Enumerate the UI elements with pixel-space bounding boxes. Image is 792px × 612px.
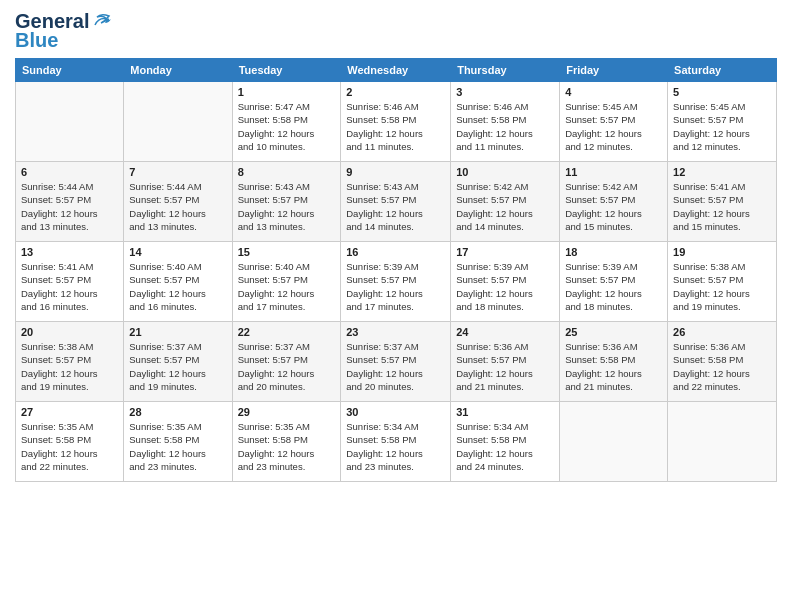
day-number: 29	[238, 406, 336, 418]
day-info: Sunrise: 5:37 AM Sunset: 5:57 PM Dayligh…	[238, 340, 336, 393]
day-cell: 28Sunrise: 5:35 AM Sunset: 5:58 PM Dayli…	[124, 402, 232, 482]
day-number: 5	[673, 86, 771, 98]
day-info: Sunrise: 5:41 AM Sunset: 5:57 PM Dayligh…	[673, 180, 771, 233]
day-cell	[124, 82, 232, 162]
day-number: 14	[129, 246, 226, 258]
day-number: 9	[346, 166, 445, 178]
day-info: Sunrise: 5:44 AM Sunset: 5:57 PM Dayligh…	[129, 180, 226, 233]
day-info: Sunrise: 5:39 AM Sunset: 5:57 PM Dayligh…	[456, 260, 554, 313]
day-number: 26	[673, 326, 771, 338]
day-cell: 11Sunrise: 5:42 AM Sunset: 5:57 PM Dayli…	[560, 162, 668, 242]
day-cell: 26Sunrise: 5:36 AM Sunset: 5:58 PM Dayli…	[668, 322, 777, 402]
day-info: Sunrise: 5:42 AM Sunset: 5:57 PM Dayligh…	[565, 180, 662, 233]
day-number: 8	[238, 166, 336, 178]
day-info: Sunrise: 5:45 AM Sunset: 5:57 PM Dayligh…	[565, 100, 662, 153]
day-cell: 25Sunrise: 5:36 AM Sunset: 5:58 PM Dayli…	[560, 322, 668, 402]
day-info: Sunrise: 5:41 AM Sunset: 5:57 PM Dayligh…	[21, 260, 118, 313]
day-cell: 27Sunrise: 5:35 AM Sunset: 5:58 PM Dayli…	[16, 402, 124, 482]
header-cell-monday: Monday	[124, 59, 232, 82]
day-number: 23	[346, 326, 445, 338]
calendar-table: SundayMondayTuesdayWednesdayThursdayFrid…	[15, 58, 777, 482]
day-cell: 12Sunrise: 5:41 AM Sunset: 5:57 PM Dayli…	[668, 162, 777, 242]
day-number: 21	[129, 326, 226, 338]
day-info: Sunrise: 5:35 AM Sunset: 5:58 PM Dayligh…	[129, 420, 226, 473]
logo-bird-icon	[91, 11, 113, 33]
day-info: Sunrise: 5:36 AM Sunset: 5:57 PM Dayligh…	[456, 340, 554, 393]
day-cell: 31Sunrise: 5:34 AM Sunset: 5:58 PM Dayli…	[451, 402, 560, 482]
day-info: Sunrise: 5:36 AM Sunset: 5:58 PM Dayligh…	[673, 340, 771, 393]
day-info: Sunrise: 5:43 AM Sunset: 5:57 PM Dayligh…	[238, 180, 336, 233]
day-info: Sunrise: 5:37 AM Sunset: 5:57 PM Dayligh…	[129, 340, 226, 393]
day-number: 15	[238, 246, 336, 258]
day-info: Sunrise: 5:38 AM Sunset: 5:57 PM Dayligh…	[21, 340, 118, 393]
week-row-4: 20Sunrise: 5:38 AM Sunset: 5:57 PM Dayli…	[16, 322, 777, 402]
day-info: Sunrise: 5:36 AM Sunset: 5:58 PM Dayligh…	[565, 340, 662, 393]
day-info: Sunrise: 5:47 AM Sunset: 5:58 PM Dayligh…	[238, 100, 336, 153]
day-cell: 19Sunrise: 5:38 AM Sunset: 5:57 PM Dayli…	[668, 242, 777, 322]
header-cell-saturday: Saturday	[668, 59, 777, 82]
day-cell: 2Sunrise: 5:46 AM Sunset: 5:58 PM Daylig…	[341, 82, 451, 162]
day-number: 3	[456, 86, 554, 98]
day-info: Sunrise: 5:45 AM Sunset: 5:57 PM Dayligh…	[673, 100, 771, 153]
day-number: 4	[565, 86, 662, 98]
day-cell: 4Sunrise: 5:45 AM Sunset: 5:57 PM Daylig…	[560, 82, 668, 162]
day-info: Sunrise: 5:35 AM Sunset: 5:58 PM Dayligh…	[238, 420, 336, 473]
week-row-5: 27Sunrise: 5:35 AM Sunset: 5:58 PM Dayli…	[16, 402, 777, 482]
day-info: Sunrise: 5:39 AM Sunset: 5:57 PM Dayligh…	[565, 260, 662, 313]
header: General Blue	[15, 10, 777, 52]
day-number: 6	[21, 166, 118, 178]
day-number: 20	[21, 326, 118, 338]
day-cell: 22Sunrise: 5:37 AM Sunset: 5:57 PM Dayli…	[232, 322, 341, 402]
header-cell-thursday: Thursday	[451, 59, 560, 82]
page-container: General Blue SundayMondayTuesdayWednesda…	[0, 0, 792, 490]
day-number: 12	[673, 166, 771, 178]
day-number: 10	[456, 166, 554, 178]
day-cell	[560, 402, 668, 482]
day-cell: 14Sunrise: 5:40 AM Sunset: 5:57 PM Dayli…	[124, 242, 232, 322]
day-cell: 29Sunrise: 5:35 AM Sunset: 5:58 PM Dayli…	[232, 402, 341, 482]
day-cell: 9Sunrise: 5:43 AM Sunset: 5:57 PM Daylig…	[341, 162, 451, 242]
day-cell: 21Sunrise: 5:37 AM Sunset: 5:57 PM Dayli…	[124, 322, 232, 402]
day-number: 1	[238, 86, 336, 98]
logo-blue: Blue	[15, 29, 58, 52]
day-cell: 18Sunrise: 5:39 AM Sunset: 5:57 PM Dayli…	[560, 242, 668, 322]
header-cell-wednesday: Wednesday	[341, 59, 451, 82]
day-cell: 5Sunrise: 5:45 AM Sunset: 5:57 PM Daylig…	[668, 82, 777, 162]
day-info: Sunrise: 5:38 AM Sunset: 5:57 PM Dayligh…	[673, 260, 771, 313]
day-number: 28	[129, 406, 226, 418]
day-cell: 24Sunrise: 5:36 AM Sunset: 5:57 PM Dayli…	[451, 322, 560, 402]
day-cell: 15Sunrise: 5:40 AM Sunset: 5:57 PM Dayli…	[232, 242, 341, 322]
day-info: Sunrise: 5:40 AM Sunset: 5:57 PM Dayligh…	[129, 260, 226, 313]
day-number: 25	[565, 326, 662, 338]
day-cell: 30Sunrise: 5:34 AM Sunset: 5:58 PM Dayli…	[341, 402, 451, 482]
day-info: Sunrise: 5:43 AM Sunset: 5:57 PM Dayligh…	[346, 180, 445, 233]
day-cell: 8Sunrise: 5:43 AM Sunset: 5:57 PM Daylig…	[232, 162, 341, 242]
day-info: Sunrise: 5:46 AM Sunset: 5:58 PM Dayligh…	[456, 100, 554, 153]
day-cell: 1Sunrise: 5:47 AM Sunset: 5:58 PM Daylig…	[232, 82, 341, 162]
day-number: 19	[673, 246, 771, 258]
week-row-1: 1Sunrise: 5:47 AM Sunset: 5:58 PM Daylig…	[16, 82, 777, 162]
day-number: 16	[346, 246, 445, 258]
day-cell: 3Sunrise: 5:46 AM Sunset: 5:58 PM Daylig…	[451, 82, 560, 162]
day-info: Sunrise: 5:34 AM Sunset: 5:58 PM Dayligh…	[346, 420, 445, 473]
day-number: 2	[346, 86, 445, 98]
day-info: Sunrise: 5:37 AM Sunset: 5:57 PM Dayligh…	[346, 340, 445, 393]
day-info: Sunrise: 5:35 AM Sunset: 5:58 PM Dayligh…	[21, 420, 118, 473]
day-info: Sunrise: 5:42 AM Sunset: 5:57 PM Dayligh…	[456, 180, 554, 233]
week-row-2: 6Sunrise: 5:44 AM Sunset: 5:57 PM Daylig…	[16, 162, 777, 242]
day-info: Sunrise: 5:34 AM Sunset: 5:58 PM Dayligh…	[456, 420, 554, 473]
day-cell: 10Sunrise: 5:42 AM Sunset: 5:57 PM Dayli…	[451, 162, 560, 242]
header-cell-friday: Friday	[560, 59, 668, 82]
day-cell: 16Sunrise: 5:39 AM Sunset: 5:57 PM Dayli…	[341, 242, 451, 322]
day-number: 7	[129, 166, 226, 178]
day-info: Sunrise: 5:39 AM Sunset: 5:57 PM Dayligh…	[346, 260, 445, 313]
header-row: SundayMondayTuesdayWednesdayThursdayFrid…	[16, 59, 777, 82]
day-number: 11	[565, 166, 662, 178]
day-cell: 23Sunrise: 5:37 AM Sunset: 5:57 PM Dayli…	[341, 322, 451, 402]
day-cell: 6Sunrise: 5:44 AM Sunset: 5:57 PM Daylig…	[16, 162, 124, 242]
header-cell-sunday: Sunday	[16, 59, 124, 82]
day-info: Sunrise: 5:46 AM Sunset: 5:58 PM Dayligh…	[346, 100, 445, 153]
week-row-3: 13Sunrise: 5:41 AM Sunset: 5:57 PM Dayli…	[16, 242, 777, 322]
day-number: 24	[456, 326, 554, 338]
day-cell	[16, 82, 124, 162]
